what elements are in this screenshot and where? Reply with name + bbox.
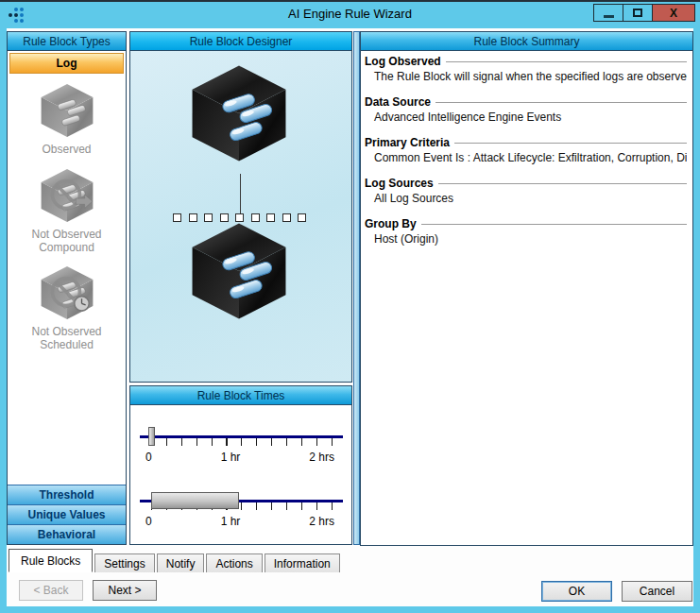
dialog-client-area: Rule Block Types Log Observed Not Observ… bbox=[7, 28, 693, 606]
summary-section: Group By Host (Origin) bbox=[365, 217, 687, 246]
summary-section-text: All Log Sources bbox=[365, 192, 687, 205]
summary-section-title: Data Source bbox=[365, 95, 431, 109]
summary-sections: Log Observed The Rule Block will signal … bbox=[361, 51, 692, 545]
minimize-icon bbox=[604, 15, 614, 18]
summary-section-title: Log Observed bbox=[365, 55, 441, 68]
block-connector-line bbox=[240, 174, 241, 215]
rule-block-summary-panel: Rule Block Summary Log Observed The Rule… bbox=[360, 31, 693, 546]
unique-values-button[interactable]: Unique Values bbox=[8, 504, 126, 524]
ok-button[interactable]: OK bbox=[541, 581, 612, 602]
selection-handle[interactable] bbox=[189, 213, 197, 222]
rule-block-times-panel: Rule Block Times 0 1 hr 2 hrs bbox=[129, 385, 352, 545]
summary-section-text: Host (Origin) bbox=[365, 232, 687, 246]
tab[interactable]: Information bbox=[265, 553, 340, 572]
selection-handles bbox=[173, 213, 306, 342]
summary-section-title: Primary Criteria bbox=[365, 136, 450, 149]
rule-block-type-list: Observed Not Observed Compound bbox=[8, 76, 126, 485]
selection-handle[interactable] bbox=[251, 213, 260, 222]
rule-block-types-panel: Rule Block Types Log Observed Not Observ… bbox=[7, 31, 127, 545]
selection-handle[interactable] bbox=[220, 213, 229, 222]
tick-label: 1 hr bbox=[221, 515, 241, 528]
title-bar: AI Engine Rule Wizard X bbox=[0, 2, 700, 28]
summary-section-title: Group By bbox=[365, 217, 417, 230]
log-cube-3d-icon[interactable] bbox=[186, 60, 292, 166]
cancel-button[interactable]: Cancel bbox=[622, 581, 692, 602]
rule-block-designer-header: Rule Block Designer bbox=[130, 32, 351, 51]
threshold-button[interactable]: Threshold bbox=[8, 485, 126, 504]
selection-handle[interactable] bbox=[266, 213, 275, 222]
tick-label: 2 hrs bbox=[309, 515, 334, 528]
summary-section-text: The Rule Block will signal when the spec… bbox=[365, 70, 687, 83]
type-item-not-observed-compound[interactable]: Not Observed Compound bbox=[20, 166, 114, 255]
type-item-label: Not Observed Scheduled bbox=[20, 326, 114, 352]
rule-block-times-body: 0 1 hr 2 hrs 0 1 hr 2 hrs bbox=[130, 405, 351, 544]
summary-section: Primary Criteria Common Event Is : Attac… bbox=[365, 136, 687, 164]
rule-block-category-buttons: Threshold Unique Values Behavioral bbox=[8, 485, 126, 544]
designer-canvas[interactable] bbox=[130, 51, 351, 382]
rule-block-summary-header: Rule Block Summary bbox=[361, 32, 692, 51]
rule-block-times-header: Rule Block Times bbox=[130, 386, 351, 405]
summary-section: Log Sources All Log Sources bbox=[365, 177, 687, 205]
summary-section-text: Advanced Intelligence Engine Events bbox=[365, 111, 687, 124]
summary-section: Data Source Advanced Intelligence Engine… bbox=[365, 95, 687, 124]
cube-not-observed-scheduled-icon bbox=[38, 264, 96, 322]
selection-handle[interactable] bbox=[235, 213, 244, 222]
slider-ticks bbox=[151, 438, 333, 446]
tab[interactable]: Rule Blocks bbox=[9, 549, 93, 572]
close-button[interactable]: X bbox=[652, 4, 695, 22]
ai-engine-rule-wizard-window: AI Engine Rule Wizard X Rule Block Types… bbox=[0, 0, 700, 613]
section-divider bbox=[438, 183, 687, 184]
tick-label: 0 bbox=[145, 515, 152, 528]
panel-splitter[interactable] bbox=[353, 31, 360, 545]
minimize-button[interactable] bbox=[593, 4, 623, 22]
time-slider-1: 0 1 hr 2 hrs bbox=[130, 422, 351, 479]
section-divider bbox=[446, 61, 687, 62]
type-item-label: Not Observed Compound bbox=[20, 229, 114, 255]
back-button[interactable]: < Back bbox=[19, 580, 83, 601]
summary-section-title: Log Sources bbox=[365, 177, 434, 190]
tick-label: 0 bbox=[145, 451, 152, 464]
tab[interactable]: Actions bbox=[206, 553, 262, 572]
time-slider-2: 0 1 hr 2 hrs bbox=[130, 486, 351, 543]
section-divider bbox=[421, 224, 687, 225]
wizard-tabstrip: Rule Blocks Settings Notify Actions Info… bbox=[9, 548, 342, 572]
rule-block-designer-panel: Rule Block Designer bbox=[129, 31, 352, 383]
cube-observed-icon bbox=[38, 81, 96, 140]
selection-handle[interactable] bbox=[282, 213, 291, 222]
log-type-button[interactable]: Log bbox=[9, 53, 124, 74]
behavioral-button[interactable]: Behavioral bbox=[8, 524, 126, 544]
tick-label: 1 hr bbox=[221, 451, 241, 464]
summary-section-text: Common Event Is : Attack Lifecycle: Exfi… bbox=[365, 151, 687, 164]
type-item-not-observed-scheduled[interactable]: Not Observed Scheduled bbox=[20, 264, 114, 352]
tab[interactable]: Notify bbox=[157, 553, 205, 572]
tab[interactable]: Settings bbox=[94, 553, 154, 572]
selection-handle[interactable] bbox=[173, 213, 181, 222]
section-divider bbox=[435, 102, 687, 103]
next-button[interactable]: Next > bbox=[93, 580, 157, 601]
summary-section: Log Observed The Rule Block will signal … bbox=[365, 55, 687, 83]
maximize-icon bbox=[633, 9, 642, 17]
type-item-observed[interactable]: Observed bbox=[20, 81, 114, 157]
selection-handle[interactable] bbox=[204, 213, 213, 222]
type-item-label: Observed bbox=[20, 144, 114, 157]
cube-not-observed-compound-icon bbox=[38, 166, 96, 225]
selection-handle[interactable] bbox=[298, 213, 306, 222]
close-icon: X bbox=[670, 8, 677, 19]
slider-range-bar[interactable] bbox=[151, 492, 239, 509]
tick-label: 2 hrs bbox=[309, 451, 334, 464]
section-divider bbox=[454, 143, 687, 144]
rule-block-types-header: Rule Block Types bbox=[8, 32, 126, 51]
maximize-button[interactable] bbox=[623, 4, 653, 22]
slider-thumb[interactable] bbox=[148, 427, 155, 446]
